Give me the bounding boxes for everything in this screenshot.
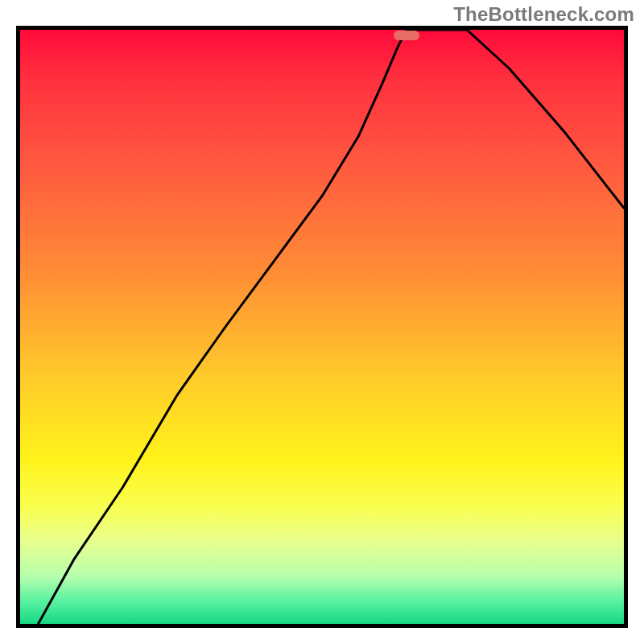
optimal-marker	[394, 31, 419, 40]
plot-frame	[16, 26, 628, 628]
curve-line	[39, 30, 625, 624]
plot-area	[20, 30, 624, 624]
bottleneck-curve	[20, 30, 624, 624]
watermark-text: TheBottleneck.com	[453, 3, 634, 26]
